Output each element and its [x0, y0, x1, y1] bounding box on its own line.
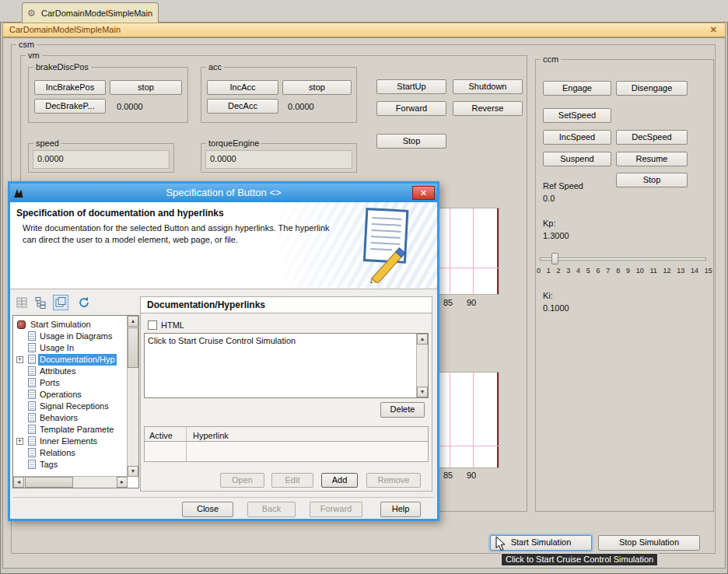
tick-label: 4 [576, 267, 580, 275]
tree-item-label: Tags [38, 459, 59, 471]
group-vm-label: vm [26, 50, 42, 61]
tree-vertical-scrollbar[interactable]: ▲ ▼ [127, 316, 138, 477]
stacked-panes-icon[interactable] [53, 295, 68, 310]
hyperlink-table[interactable]: Active Hyperlink [144, 426, 429, 462]
scrollbar-thumb[interactable] [25, 477, 73, 488]
tree-item[interactable]: + Inner Elements [14, 436, 126, 447]
tree-item[interactable]: Operations [14, 389, 126, 401]
document-icon [28, 331, 36, 341]
expand-icon[interactable]: + [16, 438, 23, 445]
dialog-title: Specification of Button <> [166, 187, 281, 198]
document-icon [28, 401, 36, 411]
scroll-down-icon[interactable]: ▼ [417, 387, 428, 397]
tree-item[interactable]: Relations [14, 447, 126, 459]
tree-item[interactable]: Template Paramete [14, 424, 126, 436]
dialog-close-icon[interactable]: ✕ [412, 186, 435, 200]
scroll-right-icon[interactable]: ► [117, 477, 128, 488]
frame-close-icon[interactable]: ✕ [710, 23, 717, 37]
tree-item[interactable]: Behaviors [14, 412, 126, 424]
brake-stop-button[interactable]: stop [110, 80, 182, 95]
incacc-button[interactable]: IncAcc [207, 80, 278, 95]
startup-button[interactable]: StartUp [376, 79, 446, 94]
back-button[interactable]: Back [247, 502, 296, 517]
ccm-stop-button[interactable]: Stop [616, 173, 688, 187]
tree-item-label: Behaviors [38, 412, 79, 424]
suspend-button[interactable]: Suspend [543, 152, 611, 166]
tree-item[interactable]: Usage In [14, 342, 126, 354]
group-ccm: ccm [535, 59, 714, 512]
tree-item[interactable]: Attributes [14, 366, 126, 377]
hyperlink-table-header: Active Hyperlink [145, 427, 428, 442]
add-button[interactable]: Add [321, 473, 358, 488]
reverse-button[interactable]: Reverse [453, 101, 523, 116]
gridline [473, 373, 474, 467]
forward-button[interactable]: Forward [376, 101, 446, 116]
setspeed-button[interactable]: SetSpeed [543, 108, 611, 123]
tree-item[interactable]: Usage in Diagrams [14, 331, 126, 342]
tree-horizontal-scrollbar[interactable]: ◄ ► [13, 476, 128, 488]
help-button[interactable]: Help [380, 502, 421, 517]
engage-button[interactable]: Engage [543, 81, 611, 96]
scrollbar-thumb[interactable] [128, 327, 138, 368]
tree-item-label: Documentation/Hyp [38, 354, 117, 366]
documentation-textarea[interactable]: Click to Start Cruise Control Simulation… [144, 333, 429, 398]
forward-button[interactable]: Forward [310, 502, 362, 517]
open-button[interactable]: Open [220, 473, 264, 488]
group-speed: speed 0.0000 [28, 143, 174, 173]
specification-dialog: Specification of Button <> ✕ Specificati… [8, 181, 439, 521]
group-torque-label: torqueEngine [206, 138, 261, 149]
group-torque: torqueEngine 0.0000 [201, 143, 357, 173]
tree-item[interactable]: Signal Receptions [14, 401, 126, 412]
torque-field: 0.0000 [205, 150, 352, 169]
textarea-scrollbar[interactable]: ▲ ▼ [416, 334, 428, 397]
scroll-up-icon[interactable]: ▲ [128, 316, 138, 327]
scroll-up-icon[interactable]: ▲ [417, 334, 428, 345]
resume-button[interactable]: Resume [616, 152, 688, 166]
tick-label: 13 [677, 267, 684, 275]
acc-stop-button[interactable]: stop [282, 80, 352, 95]
decspeed-button[interactable]: DecSpeed [616, 130, 688, 145]
kp-slider-track[interactable] [540, 257, 706, 261]
scroll-left-icon[interactable]: ◄ [13, 477, 24, 488]
decbrakepos-button[interactable]: DecBrakeP... [34, 99, 106, 114]
tick-label: 1 [547, 267, 551, 275]
dialog-header: Specification of documentation and hyper… [10, 202, 437, 289]
spec-tree[interactable]: Start Simulation Usage in Diagrams Usage… [12, 315, 139, 488]
tick-label: 0 [537, 267, 541, 275]
tick-label: 6 [597, 267, 600, 275]
shutdown-button[interactable]: Shutdown [453, 79, 523, 94]
decacc-button[interactable]: DecAcc [207, 99, 278, 114]
containment-tree-icon[interactable] [33, 295, 48, 310]
delete-button[interactable]: Delete [380, 402, 425, 418]
document-icon [28, 366, 36, 376]
close-button[interactable]: Close [182, 502, 233, 517]
properties-grid-icon[interactable] [14, 295, 30, 310]
tab-cardomainmodel[interactable]: ⚙ CarDomainModelSimpleMain [22, 2, 159, 23]
tree-item-label: Usage In [38, 342, 75, 354]
chart1-xtick: 85 [443, 298, 453, 307]
expand-icon[interactable]: + [16, 356, 23, 363]
speed-value: 0.0000 [37, 154, 64, 163]
drive-stop-button[interactable]: Stop [376, 134, 446, 149]
tree-item-label: Template Paramete [38, 424, 115, 436]
tick-label: 9 [626, 267, 630, 275]
refresh-icon[interactable] [76, 295, 92, 310]
tick-label: 14 [691, 267, 698, 275]
kp-slider-thumb[interactable] [551, 253, 558, 264]
scroll-down-icon[interactable]: ▼ [128, 466, 138, 477]
remove-button[interactable]: Remove [366, 473, 421, 488]
incspeed-button[interactable]: IncSpeed [543, 130, 611, 145]
tab-label: CarDomainModelSimpleMain [41, 4, 152, 23]
tree-item[interactable]: + Documentation/Hyp [14, 354, 126, 366]
tree-item[interactable]: Ports [14, 377, 126, 389]
dialog-title-bar[interactable]: Specification of Button <> ✕ [10, 184, 437, 202]
incbrakepos-button[interactable]: IncBrakePos [34, 80, 106, 95]
disengage-button[interactable]: Disengage [616, 81, 688, 96]
tree-root[interactable]: Start Simulation [14, 319, 126, 331]
tree-item[interactable]: Tags [14, 459, 126, 471]
edit-button[interactable]: Edit [271, 473, 313, 488]
stop-simulation-button[interactable]: Stop Simulation [598, 535, 700, 551]
html-checkbox[interactable] [148, 320, 157, 330]
group-ccm-label: ccm [541, 54, 561, 65]
frame-title-bar[interactable]: CarDomainModelSimpleMain ✕ [2, 23, 726, 37]
